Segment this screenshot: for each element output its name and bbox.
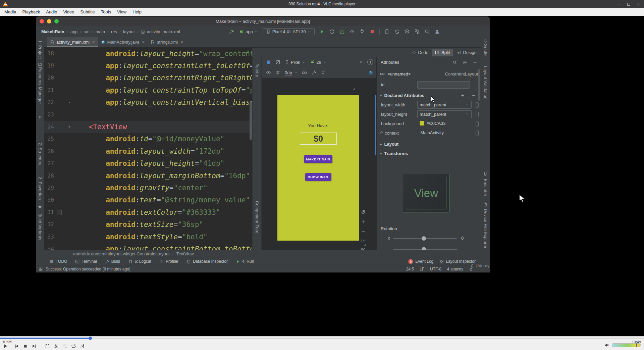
editor-scrollbar[interactable] <box>250 101 252 140</box>
attach-debugger-icon[interactable] <box>359 29 365 35</box>
stripe-z-structure[interactable]: Z: Structure <box>38 143 42 166</box>
collapse-arrow-icon[interactable]: ▾ <box>380 151 382 156</box>
loop-button[interactable] <box>71 344 76 349</box>
breadcrumb-constraintlayout[interactable]: androidx.constraintlayout.widget.Constra… <box>73 251 170 256</box>
collapse-arrow-icon[interactable]: ▾ <box>380 93 382 98</box>
search-icon[interactable] <box>452 60 457 65</box>
video-area[interactable]: MakeItRain – activity_main.xml [MakeItRa… <box>0 16 644 337</box>
color-preview-swatch[interactable] <box>57 210 62 215</box>
tools-attribute-toggle[interactable] <box>476 102 479 108</box>
design-surface[interactable]: You Have: $0 MAKE IT RAIN SHOW INFO 1:1 <box>262 78 377 250</box>
close-icon[interactable]: × <box>142 40 145 45</box>
expand-arrow-icon[interactable]: ▸ <box>380 142 382 146</box>
component-tree-tab[interactable]: Component Tree <box>255 201 259 233</box>
next-button[interactable] <box>32 344 37 349</box>
zoom-out-icon[interactable] <box>361 229 366 234</box>
code-line-34[interactable]: 34 app:layout_constraintBottom_toBottomO… <box>44 243 252 250</box>
stripe-emulator[interactable]: Emulator <box>483 179 488 196</box>
code-line-32[interactable]: 32 android:textSize="36sp" <box>44 218 252 231</box>
pan-hand-icon[interactable] <box>361 209 366 214</box>
tools-attribute-toggle[interactable] <box>476 121 479 127</box>
emulator-icon[interactable] <box>483 171 488 177</box>
toolwindow-profiler[interactable]: Profiler <box>159 259 178 264</box>
tab-activity-main-xml[interactable]: activity_main.xml× <box>47 37 98 47</box>
line-ending[interactable]: LF <box>420 267 424 271</box>
vlc-menu-help[interactable]: Help <box>129 8 145 15</box>
fold-arrow-icon[interactable]: ▾ <box>68 121 71 133</box>
vlc-menu-tools[interactable]: Tools <box>98 8 114 15</box>
profile-icon[interactable] <box>349 29 355 35</box>
stripe-layout-validation[interactable]: Layout Validation <box>483 66 488 100</box>
design-surface-icon[interactable] <box>266 60 271 65</box>
vlc-menu-audio[interactable]: Audio <box>43 8 60 15</box>
toolwindow-4-run[interactable]: 4: Run <box>236 259 254 264</box>
close-button[interactable] <box>636 2 641 6</box>
hide-panel-icon[interactable] <box>473 60 477 65</box>
file-encoding[interactable]: UTF-8 <box>430 267 441 271</box>
sdk-manager-icon[interactable] <box>404 29 410 35</box>
palette-tab[interactable]: Palette <box>255 63 259 77</box>
breadcrumb-main[interactable]: main <box>96 29 105 34</box>
run-config-dropdown[interactable]: app <box>239 29 258 34</box>
star-icon[interactable] <box>38 205 42 210</box>
close-icon[interactable]: × <box>180 40 183 45</box>
preview-make-it-rain-button[interactable]: MAKE IT RAIN <box>304 155 332 163</box>
sync-project-icon[interactable] <box>394 29 400 35</box>
code-line-26[interactable]: 26 android:layout_width="172dp" <box>44 145 252 157</box>
breadcrumb-makeitrain[interactable]: MakeItRain <box>41 29 64 34</box>
previous-button[interactable] <box>14 344 19 349</box>
device-manager-icon[interactable] <box>384 29 390 35</box>
device-file-explorer-icon[interactable] <box>483 202 488 208</box>
code-line-31[interactable]: 31 android:textColor="#363333" <box>44 206 252 218</box>
stop-playback-button[interactable] <box>23 344 28 349</box>
code-line-23[interactable]: 23 <box>44 109 252 121</box>
code-editor[interactable]: 18 android:layout_height="wrap_content"1… <box>44 47 252 250</box>
breadcrumb-textview[interactable]: TextView <box>176 251 194 256</box>
preview-show-info-button[interactable]: SHOW INFO <box>305 173 331 181</box>
playlist-button[interactable] <box>62 344 67 349</box>
stripe-2-favorites[interactable]: 2: Favorites <box>38 177 42 200</box>
macos-zoom-button[interactable] <box>54 19 59 23</box>
speaker-icon[interactable] <box>604 343 609 348</box>
breadcrumb-activity-main-xml[interactable]: activity_main.xml <box>141 29 180 34</box>
vlc-menu-subtitle[interactable]: Subtitle <box>77 8 98 15</box>
infer-constraints-wand-icon[interactable] <box>311 70 316 75</box>
maximize-button[interactable] <box>627 2 631 6</box>
vlc-menu-view[interactable]: View <box>114 8 129 15</box>
code-line-30[interactable]: 30 android:text="@string/money_value" <box>44 194 252 206</box>
more-actions-icon[interactable] <box>359 60 363 64</box>
zoom-in-icon[interactable] <box>361 219 366 224</box>
code-line-29[interactable]: 29 android:gravity="center" <box>44 182 252 194</box>
background-value[interactable]: #C0CA33 <box>417 120 471 127</box>
tool-window-switcher-icon[interactable] <box>39 267 43 271</box>
device-type-dropdown[interactable]: Pixel <box>285 60 306 65</box>
macos-minimize-button[interactable] <box>47 19 51 23</box>
issue-count-badge[interactable]: 1 <box>367 59 373 65</box>
autoconnect-magnet-icon[interactable] <box>275 70 280 75</box>
volume-slider[interactable] <box>612 343 641 347</box>
device-dropdown[interactable]: Pixel 4 XL API 30 <box>263 28 315 35</box>
random-button[interactable] <box>80 344 85 349</box>
selected-component-row[interactable]: <unnamed> ConstraintLayout <box>377 69 481 79</box>
indent-setting[interactable]: 4 spaces <box>447 267 463 271</box>
build-hammer-icon[interactable] <box>229 29 234 35</box>
api-level-dropdown[interactable]: 29 <box>310 60 326 65</box>
tab-mainactivity-java[interactable]: MainActivity.java× <box>98 37 148 47</box>
align-icon[interactable] <box>321 70 326 75</box>
fullscreen-button[interactable] <box>45 344 50 349</box>
tab-strings-xml[interactable]: strings.xml× <box>148 37 186 47</box>
run-icon[interactable] <box>319 29 325 35</box>
view-options-eye-icon[interactable] <box>266 70 271 75</box>
stripe-gradle[interactable]: Gradle <box>483 44 488 57</box>
add-attribute-icon[interactable] <box>461 93 465 98</box>
seek-handle[interactable] <box>89 337 92 340</box>
context-value[interactable]: .MainActivity <box>417 129 471 136</box>
extended-settings-button[interactable] <box>54 344 59 349</box>
mode-code[interactable]: Code <box>408 49 432 56</box>
play-button[interactable] <box>2 343 8 349</box>
preview-you-have-label[interactable]: You Have: <box>277 123 359 128</box>
blueprint-icon[interactable] <box>275 60 280 65</box>
toolwindow-6-logcat[interactable]: 6: Logcat <box>128 259 151 264</box>
tools-attribute-toggle[interactable] <box>476 112 479 117</box>
clear-constraints-icon[interactable] <box>302 70 307 75</box>
